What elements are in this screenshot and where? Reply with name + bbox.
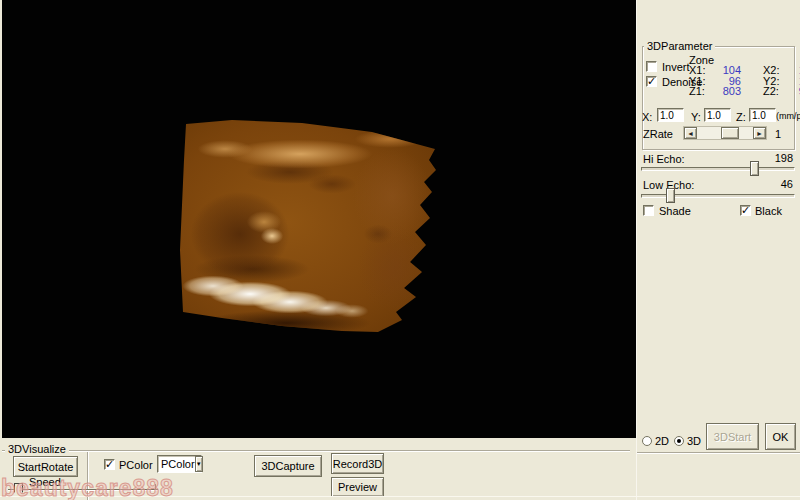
- scale-y-label: Y:: [691, 111, 701, 123]
- zrate-scrollbar[interactable]: ◄ ►: [683, 126, 767, 140]
- render-viewport[interactable]: [2, 0, 636, 438]
- scale-y-input[interactable]: [704, 108, 731, 122]
- hi-echo-slider-thumb[interactable]: [750, 161, 759, 176]
- pcolor-checkbox[interactable]: [104, 459, 115, 470]
- zone-x1-label: X1:: [689, 65, 713, 76]
- ok-button[interactable]: OK: [765, 423, 796, 450]
- parameter-panel: 3DParameter Invert Denoise Zone X1: 104 …: [636, 0, 800, 500]
- low-echo-slider-thumb[interactable]: [666, 188, 675, 203]
- zone-x2-value: 189: [787, 65, 800, 76]
- zone-z2-label: Z2:: [763, 86, 787, 97]
- zrate-right-arrow-icon[interactable]: ►: [753, 127, 766, 139]
- black-checkbox[interactable]: [740, 205, 751, 216]
- zone-x2-label: X2:: [763, 65, 787, 76]
- mode-2d-label: 2D: [655, 435, 669, 447]
- zone-z1-value: 803: [713, 86, 741, 97]
- black-label: Black: [755, 205, 782, 217]
- pcolor-select-value: PColor: [158, 458, 195, 470]
- zone-values-table: X1: 104 X2: 189 Y1: 96 Y2: 180 Z1: 803 Z…: [689, 65, 795, 97]
- 3dstart-button[interactable]: 3DStart: [706, 423, 759, 450]
- 3dvisualize-group-title: 3DVisualize: [5, 444, 69, 455]
- scale-x-label: X:: [642, 111, 652, 123]
- 3dvisualize-groupbox-line: [2, 450, 630, 451]
- hi-echo-value: 198: [775, 152, 793, 164]
- scale-x-input[interactable]: [657, 108, 684, 122]
- zrate-track[interactable]: [697, 127, 753, 139]
- mode-3d-label: 3D: [687, 435, 701, 447]
- 3dparameter-group-title: 3DParameter: [644, 41, 715, 52]
- pcolor-checkbox-label: PColor: [119, 459, 153, 471]
- start-rotate-button[interactable]: StartRotate: [13, 456, 78, 477]
- pcolor-select[interactable]: PColor ▼: [157, 455, 202, 473]
- low-echo-value: 46: [781, 178, 793, 190]
- preview-button[interactable]: Preview: [331, 477, 384, 497]
- invert-checkbox[interactable]: [646, 61, 657, 72]
- watermark-text: beautycare888: [1, 475, 174, 500]
- hi-echo-slider-track[interactable]: [641, 167, 795, 171]
- shade-checkbox[interactable]: [643, 205, 654, 216]
- hi-echo-label: Hi Echo:: [643, 153, 685, 165]
- zrate-thumb[interactable]: [721, 127, 739, 139]
- ultrasound-3d-render[interactable]: [178, 112, 442, 336]
- invert-label: Invert: [662, 61, 690, 73]
- 3dcapture-button[interactable]: 3DCapture: [254, 455, 322, 477]
- scale-unit-label: (mm/p): [776, 111, 800, 121]
- low-echo-slider-track[interactable]: [641, 194, 795, 198]
- mode-3d-radio[interactable]: [674, 436, 684, 446]
- right-panel-separator: [637, 452, 800, 453]
- denoise-checkbox[interactable]: [646, 76, 657, 87]
- zone-z1-label: Z1:: [689, 86, 713, 97]
- shade-label: Shade: [659, 205, 691, 217]
- record3d-button[interactable]: Record3D: [331, 453, 384, 474]
- zrate-label: ZRate: [643, 128, 673, 140]
- zrate-value: 1: [775, 128, 781, 140]
- dropdown-arrow-icon[interactable]: ▼: [195, 456, 203, 472]
- mode-2d-radio[interactable]: [642, 436, 652, 446]
- zone-z2-value: 941: [787, 86, 800, 97]
- scale-z-input[interactable]: [749, 108, 776, 122]
- zrate-left-arrow-icon[interactable]: ◄: [684, 127, 697, 139]
- zone-x1-value: 104: [713, 65, 741, 76]
- scale-z-label: Z:: [736, 111, 746, 123]
